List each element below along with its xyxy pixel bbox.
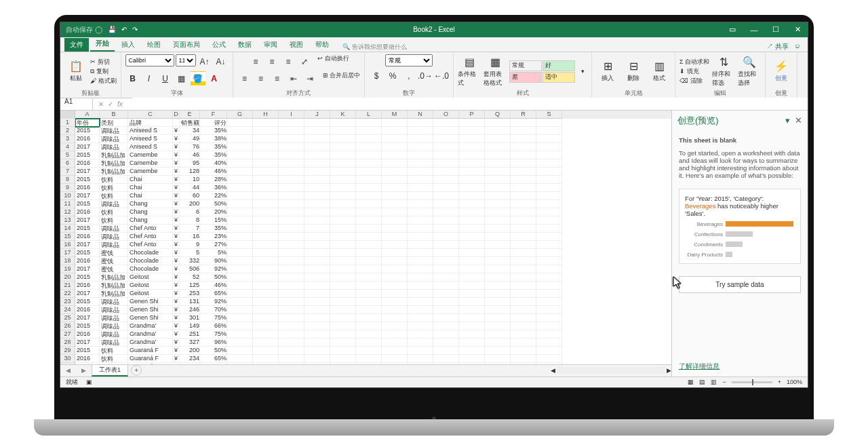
tab-home[interactable]: 开始: [90, 37, 115, 52]
try-sample-data-button[interactable]: Try sample data: [679, 276, 801, 293]
insert-cells-button[interactable]: ⊞插入: [596, 56, 619, 86]
style-neutral[interactable]: 适中: [542, 72, 575, 83]
comma-icon[interactable]: ,: [401, 69, 416, 83]
view-normal-icon[interactable]: ▦: [688, 379, 694, 385]
painter-button[interactable]: 🖌 格式刷: [90, 77, 117, 85]
tab-file[interactable]: 文件: [64, 38, 89, 52]
table-format-button[interactable]: ▦套用表格格式: [484, 56, 507, 86]
font-size-select[interactable]: 11: [176, 54, 196, 66]
align-bot-icon[interactable]: ≡: [281, 54, 296, 69]
indent-dec-icon[interactable]: ⇤: [286, 71, 301, 86]
underline-button[interactable]: U: [158, 71, 173, 86]
style-good[interactable]: 好: [542, 60, 575, 71]
new-sheet-button[interactable]: +: [131, 365, 142, 376]
sheet-prev-icon[interactable]: ◀: [60, 367, 76, 374]
macro-record-icon[interactable]: ▣: [86, 379, 92, 385]
cell-styles-gallery[interactable]: 常规 好 差 适中: [509, 60, 575, 83]
align-left-icon[interactable]: ≡: [237, 71, 252, 86]
currency-icon[interactable]: $: [369, 69, 384, 83]
align-right-icon[interactable]: ≡: [270, 71, 285, 86]
border-button[interactable]: ▦: [174, 71, 189, 86]
orientation-icon[interactable]: ⤢: [297, 54, 312, 69]
maximize-button[interactable]: ☐: [766, 22, 786, 37]
insight-mini-chart: BeveragesConfectionsCondimentsDairy Prod…: [685, 221, 795, 258]
sort-filter-button[interactable]: ⇅排序和筛选: [712, 56, 735, 86]
cond-format-button[interactable]: ▤条件格式: [458, 56, 481, 86]
qat-redo-icon[interactable]: ↷: [132, 26, 138, 33]
style-bad[interactable]: 差: [509, 72, 542, 83]
tab-layout[interactable]: 页面布局: [167, 38, 205, 52]
fx-icon[interactable]: fx: [117, 100, 127, 108]
grow-font-icon[interactable]: A↑: [197, 54, 212, 69]
sheet-tab-1[interactable]: 工作表1: [92, 364, 128, 377]
ribbon-tabs: 文件 开始 插入 绘图 页面布局 公式 数据 审阅 视图 帮助 🔍 告诉我你想要…: [60, 37, 808, 52]
percent-icon[interactable]: %: [385, 69, 400, 83]
column-headers[interactable]: ABCDEFGHIJKLMNOPQRS: [75, 111, 671, 119]
fill-color-button[interactable]: 🪣: [191, 71, 205, 86]
zoom-in-button[interactable]: +: [778, 379, 781, 385]
wrap-button[interactable]: ↩ 自动换行: [313, 54, 349, 69]
tab-insert[interactable]: 插入: [116, 38, 140, 52]
style-normal[interactable]: 常规: [509, 60, 542, 71]
number-format-select[interactable]: 常规: [385, 54, 433, 66]
minimize-button[interactable]: —: [744, 22, 764, 37]
enter-formula-icon[interactable]: ✓: [108, 100, 113, 108]
view-layout-icon[interactable]: ▤: [699, 379, 705, 385]
tell-me-search[interactable]: 🔍 告诉我你想要做什么: [342, 43, 407, 52]
inc-decimal-icon[interactable]: .0→: [418, 69, 433, 83]
insight-text-pre: For 'Year: 2015', 'Category':: [685, 195, 764, 202]
font-name-select[interactable]: Calibri: [125, 54, 174, 66]
feedback-icon[interactable]: ☺: [794, 42, 801, 52]
copy-button[interactable]: ⧉ 复制: [90, 67, 117, 76]
shrink-font-icon[interactable]: A↓: [214, 54, 229, 69]
tab-view[interactable]: 视图: [284, 38, 309, 52]
delete-cells-button[interactable]: ⊟删除: [622, 56, 645, 86]
styles-more-icon[interactable]: ▾: [578, 68, 587, 75]
formula-input[interactable]: [132, 98, 808, 110]
cut-button[interactable]: ✂ 剪切: [90, 58, 117, 66]
tab-formulas[interactable]: 公式: [207, 38, 231, 52]
paste-button[interactable]: 📋粘贴: [64, 56, 87, 86]
tab-draw[interactable]: 绘图: [142, 38, 166, 52]
clear-button[interactable]: ⌫ 清除: [679, 77, 709, 85]
cancel-formula-icon[interactable]: ✕: [98, 100, 104, 108]
indent-inc-icon[interactable]: ⇥: [302, 71, 317, 86]
italic-button[interactable]: I: [142, 71, 157, 86]
tab-review[interactable]: 审阅: [258, 38, 283, 52]
zoom-slider[interactable]: [732, 381, 772, 383]
merge-button[interactable]: ⊞ 合并后居中: [319, 71, 361, 86]
insight-highlight: Beverages: [685, 202, 715, 210]
find-select-button[interactable]: 🔍查找和选择: [738, 56, 761, 86]
zoom-out-button[interactable]: −: [722, 379, 726, 385]
ribbon-mode-icon[interactable]: ▭: [722, 22, 743, 37]
qat-save-icon[interactable]: 💾: [108, 26, 116, 33]
hscroll-right-icon[interactable]: ▶: [667, 367, 671, 374]
fill-button[interactable]: ⬇ 填充: [679, 67, 709, 76]
format-cells-button[interactable]: ▥格式: [648, 56, 671, 86]
row-headers[interactable]: 1234567891011121314151617181920212223242…: [60, 111, 75, 364]
dec-decimal-icon[interactable]: ←.0: [434, 69, 449, 83]
learn-more-link[interactable]: 了解详细信息: [672, 357, 808, 377]
tab-data[interactable]: 数据: [233, 38, 257, 52]
align-mid-icon[interactable]: ≡: [264, 54, 279, 69]
cell-grid[interactable]: 年份类别品牌销售额评分2015调味品Aniseed S¥3435%2016调味品…: [75, 119, 671, 364]
zoom-level[interactable]: 100%: [787, 379, 802, 385]
share-button[interactable]: ↗ 共享: [766, 42, 789, 52]
ideas-button[interactable]: ⚡创意: [770, 56, 793, 86]
autosum-button[interactable]: Σ 自动求和: [679, 58, 709, 66]
ideas-panel: 创意(预览) ▾ ✕ This sheet is blank To get st…: [672, 111, 808, 377]
name-box[interactable]: A1: [60, 98, 93, 110]
panel-menu-icon[interactable]: ▾: [785, 115, 790, 126]
qat-undo-icon[interactable]: ↶: [121, 26, 127, 33]
font-color-button[interactable]: A: [207, 71, 222, 86]
hscrollbar[interactable]: [557, 367, 665, 374]
sheet-next-icon[interactable]: ▶: [76, 367, 92, 374]
align-center-icon[interactable]: ≡: [254, 71, 269, 86]
tab-help[interactable]: 帮助: [310, 38, 334, 52]
bold-button[interactable]: B: [125, 71, 140, 86]
align-top-icon[interactable]: ≡: [248, 54, 263, 69]
view-pagebreak-icon[interactable]: ▥: [711, 379, 717, 385]
panel-close-button[interactable]: ✕: [795, 115, 802, 126]
close-button[interactable]: ✕: [787, 22, 808, 37]
hscroll-left-icon[interactable]: ◀: [551, 367, 555, 374]
